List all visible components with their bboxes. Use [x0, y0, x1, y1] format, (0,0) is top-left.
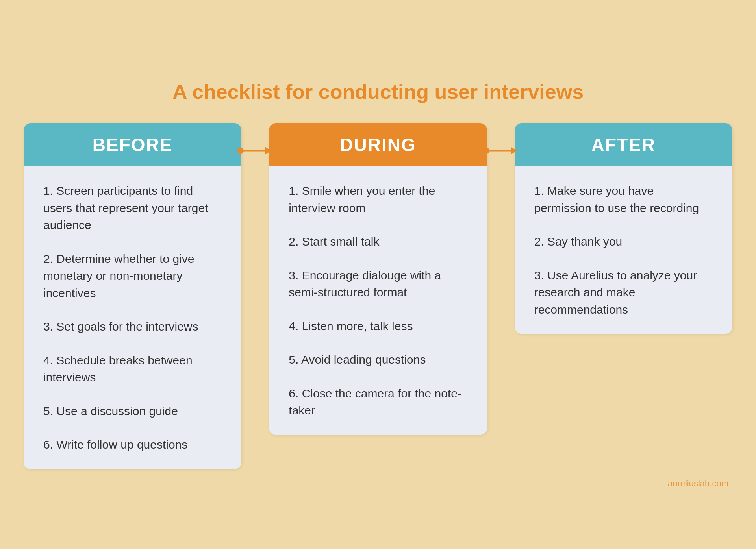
after-header: AFTER — [515, 123, 732, 166]
after-item-1: 1. Make sure you have permission to use … — [534, 182, 713, 216]
before-item-2: 2. Determine whether to give monetary or… — [43, 250, 222, 302]
after-body: 1. Make sure you have permission to use … — [515, 166, 732, 334]
before-item-5: 5. Use a discussion guide — [43, 403, 222, 420]
connector-arrow-1 — [265, 147, 271, 155]
during-header: DURING — [269, 123, 487, 166]
before-item-4: 4. Schedule breaks between interviews — [43, 352, 222, 386]
during-item-6: 6. Close the camera for the note-taker — [289, 385, 467, 419]
before-item-1: 1. Screen participants to find users tha… — [43, 182, 222, 234]
during-item-5: 5. Avoid leading questions — [289, 351, 467, 368]
page-title: A checklist for conducting user intervie… — [172, 80, 584, 104]
before-body: 1. Screen participants to find users tha… — [24, 166, 241, 469]
connector-during-after — [487, 123, 515, 157]
before-item-6: 6. Write follow up questions — [43, 436, 222, 453]
during-column: DURING 1. Smile when you enter the inter… — [269, 123, 487, 435]
before-column: BEFORE 1. Screen participants to find us… — [24, 123, 241, 469]
connector-arrow-2 — [511, 147, 517, 155]
before-header: BEFORE — [24, 123, 241, 166]
watermark: aureliuslab.com — [668, 479, 728, 489]
after-column: AFTER 1. Make sure you have permission t… — [515, 123, 732, 334]
during-item-3: 3. Encourage dialouge with a semi-struct… — [289, 267, 467, 301]
before-item-3: 3. Set goals for the interviews — [43, 318, 222, 335]
after-item-3: 3. Use Aurelius to analyze your research… — [534, 267, 713, 318]
during-item-4: 4. Listen more, talk less — [289, 318, 467, 335]
during-item-1: 1. Smile when you enter the interview ro… — [289, 182, 467, 216]
columns-wrapper: BEFORE 1. Screen participants to find us… — [24, 123, 732, 469]
connector-before-during — [241, 123, 269, 157]
after-item-2: 2. Say thank you — [534, 233, 713, 250]
during-item-2: 2. Start small talk — [289, 233, 467, 250]
during-body: 1. Smile when you enter the interview ro… — [269, 166, 487, 435]
